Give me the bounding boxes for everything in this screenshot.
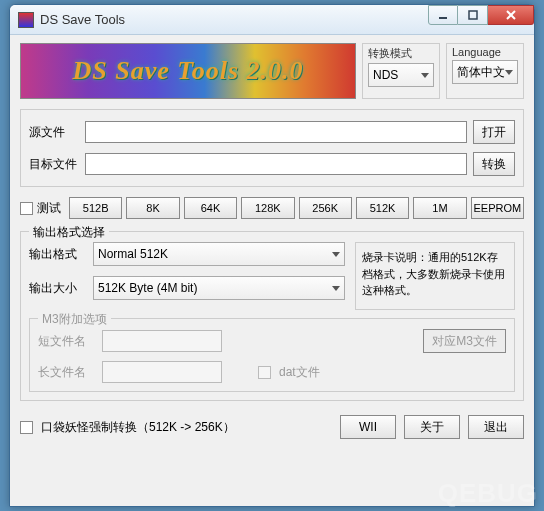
main-window: DS Save Tools DS Save Tools 2.0.0 转换模式 N… [9,4,535,507]
exit-button[interactable]: 退出 [468,415,524,439]
minimize-button[interactable] [428,5,458,25]
chevron-down-icon [332,252,340,257]
bottom-row: 口袋妖怪强制转换（512K -> 256K） WII 关于 退出 [20,415,524,439]
wii-button[interactable]: WII [340,415,396,439]
size-button-512b[interactable]: 512B [69,197,122,219]
size-button-512k[interactable]: 512K [356,197,409,219]
output-size-value: 512K Byte (4M bit) [98,281,197,295]
language-select[interactable]: 简体中文 [452,60,518,84]
maximize-button[interactable] [458,5,488,25]
mode-value: NDS [373,68,398,82]
size-button-8k[interactable]: 8K [126,197,179,219]
m3-match-button[interactable]: 对应M3文件 [423,329,506,353]
language-group: Language 简体中文 [446,43,524,99]
target-input[interactable] [85,153,467,175]
m3-short-input [102,330,222,352]
open-button[interactable]: 打开 [473,120,515,144]
m3-long-label: 长文件名 [38,364,94,381]
convert-button[interactable]: 转换 [473,152,515,176]
titlebar[interactable]: DS Save Tools [10,5,534,35]
svg-rect-1 [469,11,477,19]
dat-checkbox [258,366,271,379]
test-label: 测试 [37,200,61,217]
client-area: DS Save Tools 2.0.0 转换模式 NDS Language 简体… [10,35,534,506]
about-button[interactable]: 关于 [404,415,460,439]
target-label: 目标文件 [29,156,79,173]
source-input[interactable] [85,121,467,143]
pokemon-label: 口袋妖怪强制转换（512K -> 256K） [41,419,235,436]
output-size-select[interactable]: 512K Byte (4M bit) [93,276,345,300]
window-title: DS Save Tools [40,12,428,27]
mode-label: 转换模式 [368,46,434,61]
size-row: 测试 512B 8K 64K 128K 256K 512K 1M EEPROM [20,197,524,219]
size-button-256k[interactable]: 256K [299,197,352,219]
output-format-value: Normal 512K [98,247,168,261]
file-panel: 源文件 打开 目标文件 转换 [20,109,524,187]
test-checkbox[interactable] [20,202,33,215]
language-label: Language [452,46,518,58]
output-description: 烧录卡说明：通用的512K存档格式，大多数新烧录卡使用这种格式。 [355,242,515,310]
output-group-title: 输出格式选择 [29,224,109,241]
pokemon-checkbox[interactable] [20,421,33,434]
banner: DS Save Tools 2.0.0 [20,43,356,99]
m3-group-title: M3附加选项 [38,311,111,328]
size-button-128k[interactable]: 128K [241,197,294,219]
m3-long-input [102,361,222,383]
close-button[interactable] [488,5,534,25]
size-button-64k[interactable]: 64K [184,197,237,219]
language-value: 简体中文 [457,64,505,81]
banner-text: DS Save Tools 2.0.0 [72,56,303,86]
dat-label: dat文件 [279,364,320,381]
size-button-1m[interactable]: 1M [413,197,466,219]
output-group: 输出格式选择 输出格式 Normal 512K 输出大小 512K Byte (… [20,231,524,401]
chevron-down-icon [505,70,513,75]
size-button-eeprom[interactable]: EEPROM [471,197,524,219]
output-format-label: 输出格式 [29,246,85,263]
output-format-select[interactable]: Normal 512K [93,242,345,266]
chevron-down-icon [421,73,429,78]
mode-select[interactable]: NDS [368,63,434,87]
m3-short-label: 短文件名 [38,333,94,350]
mode-group: 转换模式 NDS [362,43,440,99]
chevron-down-icon [332,286,340,291]
source-label: 源文件 [29,124,79,141]
app-icon [18,12,34,28]
m3-group: M3附加选项 短文件名 对应M3文件 长文件名 dat文件 [29,318,515,392]
output-size-label: 输出大小 [29,280,85,297]
